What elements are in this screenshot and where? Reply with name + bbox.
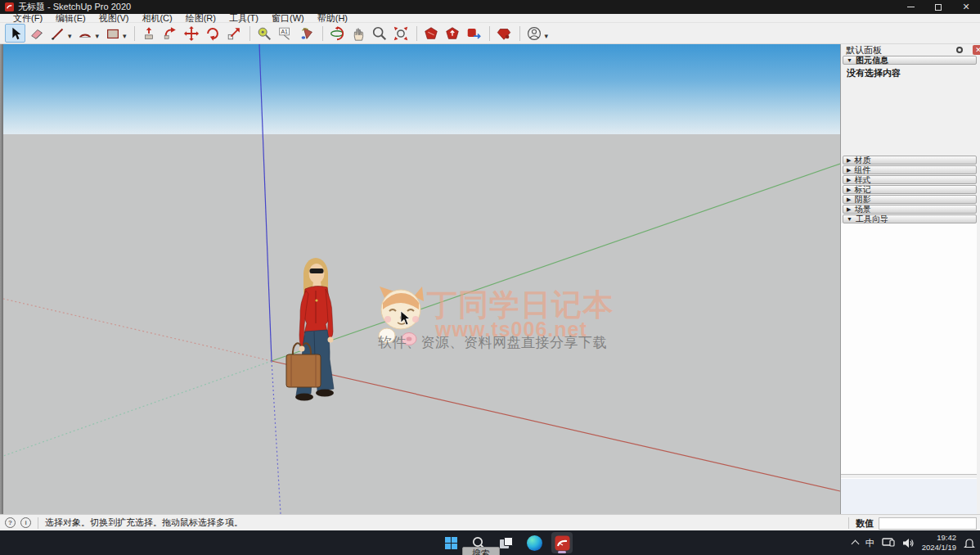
- account-dropdown-icon[interactable]: ▾: [545, 32, 549, 40]
- close-icon: ✕: [962, 2, 969, 12]
- toolbar-separator: [416, 26, 417, 41]
- tooltip-text: 搜索: [472, 548, 490, 555]
- default-tray-panel: 默认面板 ✕ ▼ 图元信息 没有选择内容 ▶ 材质 ▶ 组件 ▶ 样式 ▶ 标记…: [840, 44, 980, 514]
- section-tags[interactable]: ▶ 标记: [843, 185, 977, 194]
- section-materials[interactable]: ▶ 材质: [843, 156, 977, 165]
- arc-icon: [77, 25, 93, 42]
- sketchup-taskbar-button[interactable]: [551, 532, 573, 553]
- minimize-button[interactable]: [897, 0, 924, 14]
- help-info-icon[interactable]: i: [20, 517, 31, 528]
- paint-bucket-tool-button[interactable]: [297, 24, 317, 43]
- desktop: { "titlebar": { "title": "无标题 - SketchUp…: [0, 0, 980, 555]
- geo-glyph: ?: [8, 519, 12, 526]
- notification-bell-icon[interactable]: [964, 537, 975, 549]
- tray-clock[interactable]: 19:42 2024/1/19: [922, 533, 956, 553]
- edge-icon: [527, 535, 542, 551]
- tray-time: 19:42: [922, 533, 956, 543]
- edge-browser-button[interactable]: [524, 532, 545, 553]
- rectangle-tool-button[interactable]: [102, 24, 123, 43]
- network-display-icon[interactable]: [882, 538, 895, 548]
- toolbar-separator: [322, 26, 323, 41]
- modeling-viewport[interactable]: 丁同学日记本 www.ts006.net 软件、资源、资料网盘直接分享下载: [0, 44, 840, 514]
- menu-bar: 文件(F) 编辑(E) 视图(V) 相机(C) 绘图(R) 工具(T) 窗口(W…: [0, 14, 980, 23]
- toolbar-separator: [489, 26, 490, 41]
- share-component-icon: [465, 25, 482, 42]
- zoom-extents-icon: [393, 25, 409, 42]
- info-glyph: i: [25, 519, 26, 526]
- arc-tool-button[interactable]: [75, 24, 96, 43]
- panel-close-button[interactable]: ✕: [973, 45, 980, 55]
- account-icon: [526, 25, 542, 42]
- pan-tool-button[interactable]: [348, 24, 369, 43]
- restore-icon: [935, 4, 942, 11]
- orbit-tool-button[interactable]: [327, 24, 348, 43]
- collapsed-arrow-icon: ▶: [847, 177, 851, 183]
- toolbar-separator: [519, 26, 520, 41]
- zoom-extents-button[interactable]: [391, 24, 411, 43]
- get-models-button[interactable]: [421, 24, 442, 43]
- push-pull-tool-button[interactable]: [139, 24, 160, 43]
- scale-icon: [226, 25, 242, 42]
- collapsed-arrow-icon: ▶: [847, 196, 851, 203]
- entity-info-header[interactable]: ▼ 图元信息: [843, 56, 977, 65]
- tray-date: 2024/1/19: [922, 543, 956, 553]
- line-tool-button[interactable]: [47, 24, 68, 43]
- pan-hand-icon: [350, 25, 366, 42]
- status-hint: 选择对象。切换到扩充选择。拖动鼠标选择多项。: [45, 517, 243, 529]
- share-component-button[interactable]: [464, 24, 484, 43]
- collapsed-arrow-icon: ▶: [847, 187, 851, 193]
- svg-text:A1: A1: [281, 29, 289, 34]
- geolocation-icon[interactable]: ?: [5, 517, 16, 528]
- move-tool-button[interactable]: [182, 24, 202, 43]
- section-styles[interactable]: ▶ 样式: [843, 175, 977, 184]
- expanded-arrow-icon: ▼: [847, 57, 852, 63]
- close-icon: ✕: [975, 46, 980, 54]
- tape-measure-icon: [256, 25, 272, 42]
- tape-measure-tool-button[interactable]: [254, 24, 275, 43]
- pencil-line-icon: [50, 25, 66, 42]
- measurement-input[interactable]: [879, 517, 977, 530]
- account-button[interactable]: [524, 24, 545, 43]
- active-app-indicator: [558, 551, 566, 553]
- instructor-content: [841, 223, 977, 475]
- extension-warehouse-icon: [496, 25, 512, 42]
- section-shadows[interactable]: ▶ 阴影: [843, 195, 977, 204]
- volume-icon[interactable]: [902, 538, 915, 548]
- section-scenes[interactable]: ▶ 场景: [843, 205, 977, 214]
- expanded-arrow-icon: ▼: [847, 216, 852, 222]
- scale-tool-button[interactable]: [224, 24, 245, 43]
- arc-dropdown-icon[interactable]: ▾: [96, 32, 100, 40]
- tray-overflow-chevron-icon[interactable]: [851, 540, 859, 548]
- entity-info-label: 图元信息: [856, 55, 888, 66]
- rectangle-dropdown-icon[interactable]: ▾: [123, 32, 127, 40]
- extension-warehouse-button[interactable]: [494, 24, 515, 43]
- status-separator: [38, 517, 38, 529]
- toolbar: ▾ ▾ ▾ A1: [0, 23, 980, 44]
- text-annotation-icon: A1: [277, 25, 294, 42]
- select-tool-button[interactable]: [5, 24, 25, 43]
- follow-me-icon: [162, 25, 178, 42]
- scale-figure-person[interactable]: [278, 253, 352, 408]
- instructor-header[interactable]: ▼ 工具向导: [843, 214, 977, 223]
- drawing-axes: [3, 44, 840, 514]
- pin-icon[interactable]: [956, 47, 963, 53]
- start-button[interactable]: [440, 532, 461, 553]
- panel-bottom-area: [841, 478, 977, 514]
- close-button[interactable]: ✕: [952, 0, 980, 14]
- zoom-icon: [371, 25, 388, 42]
- share-model-button[interactable]: [443, 24, 463, 43]
- restore-button[interactable]: [924, 0, 952, 14]
- collapsed-arrow-icon: ▶: [847, 167, 851, 174]
- move-icon: [183, 25, 200, 42]
- orbit-icon: [329, 25, 345, 42]
- section-components[interactable]: ▶ 组件: [843, 165, 977, 174]
- windows-taskbar: 搜索 中 19:42 2024/1/19: [0, 530, 980, 555]
- text-tool-button[interactable]: A1: [276, 24, 296, 43]
- mouse-cursor: [400, 310, 411, 327]
- zoom-tool-button[interactable]: [370, 24, 390, 43]
- ime-indicator[interactable]: 中: [865, 537, 874, 549]
- follow-me-tool-button[interactable]: [160, 24, 181, 43]
- line-dropdown-icon[interactable]: ▾: [68, 32, 72, 40]
- rotate-tool-button[interactable]: [203, 24, 223, 43]
- eraser-tool-button[interactable]: [26, 24, 47, 43]
